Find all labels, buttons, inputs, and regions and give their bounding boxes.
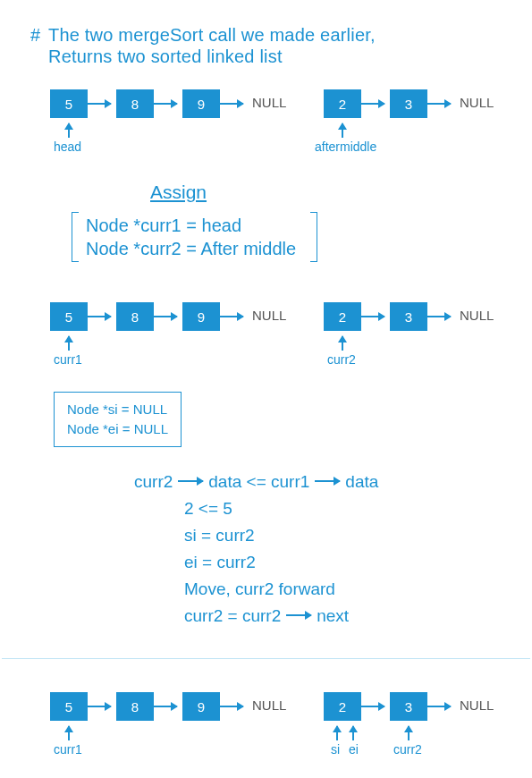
arrow-icon <box>361 706 384 707</box>
node: 9 <box>182 89 220 118</box>
logic-line: Move, curr2 forward <box>134 576 378 603</box>
assign-code: Node *curr1 = head Node *curr2 = After m… <box>86 214 296 260</box>
pointer-label-curr2: curr2 <box>327 352 356 367</box>
node: 3 <box>390 89 427 118</box>
assign-heading: Assign <box>150 182 207 203</box>
arrow-icon <box>220 706 243 707</box>
logic-block: curr2data <= curr1data 2 <= 5 si = curr2… <box>134 469 378 630</box>
node: 9 <box>182 302 220 331</box>
arrow-icon <box>315 480 340 482</box>
null-label: NULL <box>460 308 494 323</box>
arrow-icon <box>427 706 451 707</box>
node: 2 <box>324 692 361 721</box>
code-line: Node *ei = NULL <box>67 419 168 439</box>
arrow-icon <box>220 316 243 317</box>
logic-line: 2 <= 5 <box>134 495 378 522</box>
arrow-icon <box>178 480 203 482</box>
node: 3 <box>390 692 427 721</box>
null-label: NULL <box>252 698 286 713</box>
pointer-label-curr1: curr1 <box>54 742 82 757</box>
arrow-icon <box>154 103 177 105</box>
logic-line: si = curr2 <box>134 522 378 549</box>
text: data <= curr1 <box>208 472 309 491</box>
arrow-up-icon <box>68 726 70 740</box>
arrow-up-icon <box>68 336 70 351</box>
arrow-icon <box>220 103 243 105</box>
node: 5 <box>50 89 88 118</box>
pointer-label-si: si <box>331 742 340 757</box>
arrow-icon <box>154 706 177 707</box>
arrow-icon <box>427 316 451 317</box>
title-line-1: The two mergeSort call we made earlier, <box>48 25 376 46</box>
node: 8 <box>116 89 154 118</box>
arrow-up-icon <box>342 123 343 138</box>
pointer-label-head: head <box>54 140 81 154</box>
arrow-icon <box>361 103 384 105</box>
code-line: Node *curr2 = After middle <box>86 237 296 260</box>
arrow-icon <box>286 614 311 616</box>
text: data <box>345 472 378 491</box>
arrow-icon <box>88 316 111 317</box>
pointer-label-ei: ei <box>349 742 359 757</box>
node: 5 <box>50 302 88 331</box>
arrow-icon <box>88 103 111 105</box>
arrow-icon <box>361 316 384 317</box>
code-line: Node *si = NULL <box>67 400 168 419</box>
bracket-right-icon <box>310 212 317 262</box>
node: 2 <box>324 89 361 118</box>
logic-line: ei = curr2 <box>134 549 378 576</box>
null-label: NULL <box>460 95 494 110</box>
node: 2 <box>324 302 361 331</box>
arrow-icon <box>427 103 451 105</box>
node: 8 <box>116 692 154 721</box>
arrow-up-icon <box>68 123 70 138</box>
pointer-label-curr2: curr2 <box>393 742 422 757</box>
logic-line: curr2data <= curr1data <box>134 469 378 495</box>
arrow-icon <box>154 316 177 317</box>
null-label: NULL <box>252 308 286 323</box>
text: curr2 = curr2 <box>184 606 281 625</box>
bracket-left-icon <box>72 212 79 262</box>
init-box: Node *si = NULL Node *ei = NULL <box>54 392 182 447</box>
title-line-2: Returns two sorted linked list <box>48 47 283 67</box>
arrow-up-icon <box>352 726 354 740</box>
code-line: Node *curr1 = head <box>86 214 296 237</box>
null-label: NULL <box>460 698 494 713</box>
node: 8 <box>116 302 154 331</box>
logic-line: curr2 = curr2next <box>134 603 378 630</box>
node: 3 <box>390 302 427 331</box>
hash-mark: # <box>30 25 40 46</box>
arrow-up-icon <box>336 726 338 740</box>
arrow-icon <box>88 706 111 707</box>
null-label: NULL <box>252 95 286 110</box>
arrow-up-icon <box>408 726 410 740</box>
node: 5 <box>50 692 88 721</box>
arrow-up-icon <box>342 336 343 351</box>
pointer-label-aftermiddle: aftermiddle <box>315 140 376 154</box>
text: curr2 <box>134 472 173 491</box>
text: next <box>317 606 349 625</box>
pointer-label-curr1: curr1 <box>54 352 82 367</box>
divider <box>2 658 530 659</box>
node: 9 <box>182 692 220 721</box>
